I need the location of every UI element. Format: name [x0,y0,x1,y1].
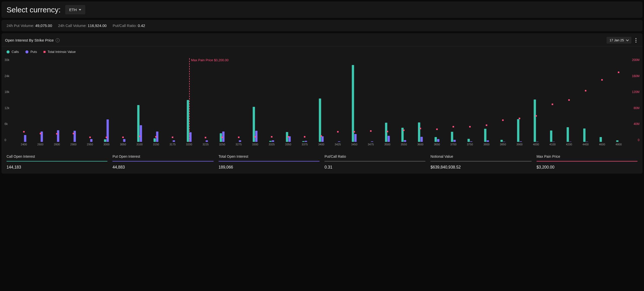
summary-row: Call Open Interest144,183Put Open Intere… [2,149,642,174]
y-right-tick: 80M [629,106,639,110]
legend-calls[interactable]: Calls [7,50,19,54]
summary-value: 144,183 [7,165,107,170]
x-tick: 3900 [511,143,528,149]
currency-select[interactable]: ETH [65,5,85,14]
summary-item: Notional Value$639,840,938.52 [430,154,531,170]
legend-intrinsic[interactable]: Total Intrinsic Value [44,50,76,54]
caret-down-icon [79,9,81,11]
bar-group[interactable] [71,131,76,142]
legend-puts[interactable]: Puts [25,50,37,54]
x-tick: 2400 [16,143,32,149]
bar-puts [536,142,538,142]
x-tick: 3550 [395,143,412,149]
bar-calls [600,137,602,142]
bar-puts [454,140,456,142]
bar-group[interactable] [55,130,59,142]
bar-group[interactable] [385,123,390,142]
x-tick: 3225 [197,143,214,149]
bar-puts [321,136,324,142]
bar-group[interactable] [418,122,423,142]
bar-puts [586,142,588,142]
chevron-down-icon [626,38,629,41]
x-tick: 4800 [610,143,627,149]
summary-divider [537,161,637,161]
bar-calls [154,138,156,142]
bar-group[interactable] [21,135,26,142]
intrinsic-dot [106,137,107,138]
bar-group[interactable] [451,132,456,142]
bar-group[interactable] [302,141,307,142]
bar-group[interactable] [534,100,538,142]
intrinsic-dot [585,90,586,91]
intrinsic-square-icon [44,51,46,53]
summary-divider [219,161,319,161]
x-tick: 3150 [148,143,164,149]
summary-label: Max Pain Price [537,154,637,161]
summary-label: Call Open Interest [7,154,107,161]
intrinsic-dot [221,137,223,138]
bar-group[interactable] [517,119,522,142]
bar-group[interactable] [88,139,92,142]
bar-puts [24,135,26,142]
date-select[interactable]: 17 Jan 25 [607,37,631,44]
info-icon[interactable]: i [56,38,60,42]
bar-puts [503,142,505,142]
x-tick: 4400 [577,143,594,149]
bar-puts [553,142,555,142]
bar-group[interactable] [550,131,555,142]
bar-group[interactable] [104,119,109,142]
bar-puts [470,141,472,142]
bar-group[interactable] [236,140,241,142]
currency-value: ETH [69,8,77,12]
summary-label: Total Open Interest [219,154,319,161]
intrinsic-dot [552,104,553,105]
intrinsic-dot [353,131,355,133]
bar-group[interactable] [434,137,439,142]
intrinsic-dot [420,128,421,129]
x-tick: 3700 [445,143,462,149]
bar-group[interactable] [335,141,340,142]
x-tick: 3200 [181,143,197,149]
bar-puts [487,140,489,142]
bar-calls [187,100,189,142]
bar-group[interactable] [501,140,505,142]
bar-puts [437,139,439,142]
bar-group[interactable] [352,65,357,142]
bar-puts [57,130,59,142]
summary-label: Put/Call Ratio [325,154,425,161]
chart-title: Open Interest By Strike Price [5,38,54,42]
summary-divider [430,161,531,161]
bar-group[interactable] [120,139,125,142]
x-tick: 3375 [296,143,313,149]
intrinsic-dot [288,136,289,138]
bar-group[interactable] [203,140,208,142]
bar-group[interactable] [170,140,175,142]
bar-group[interactable] [468,139,472,142]
bar-group[interactable] [269,140,274,142]
menu-icon[interactable] [634,37,637,44]
bar-group[interactable] [616,140,621,142]
bar-group[interactable] [600,137,605,142]
bar-puts [206,140,208,142]
bar-group[interactable] [583,128,588,142]
bar-calls [269,141,271,142]
bar-puts [305,141,307,142]
x-tick: 3400 [313,143,330,149]
intrinsic-dot [23,131,25,133]
bar-calls [352,65,354,142]
y-left-tick: 18k [5,90,15,94]
bar-group[interactable] [567,127,572,142]
x-tick: 3450 [346,143,363,149]
bar-group[interactable] [369,141,373,142]
bar-puts [140,125,142,142]
bar-calls [534,100,536,142]
bar-puts [239,140,241,142]
x-tick: 4600 [594,143,611,149]
intrinsic-dot [568,99,570,101]
x-tick: 3175 [164,143,181,149]
bar-group[interactable] [484,129,489,142]
bar-puts [371,141,373,142]
bar-puts [421,137,423,142]
bar-calls [501,140,503,142]
y-right-tick: 160M [629,74,639,78]
